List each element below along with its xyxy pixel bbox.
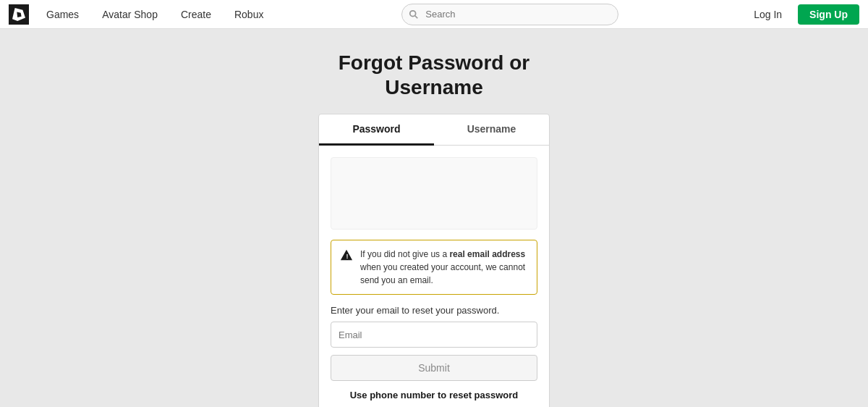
nav-links: Games Avatar Shop Create Robux	[35, 0, 275, 29]
search-wrapper	[401, 4, 618, 25]
phone-reset-link[interactable]: Use phone number to reset password	[331, 390, 537, 407]
warning-box: ! If you did not give us a real email ad…	[331, 240, 537, 295]
nav-item-robux[interactable]: Robux	[223, 0, 275, 29]
page-title: Forgot Password or Username	[339, 51, 529, 99]
email-label: Enter your email to reset your password.	[331, 305, 537, 316]
submit-button[interactable]: Submit	[331, 355, 537, 381]
logo-icon	[12, 8, 25, 21]
svg-line-3	[415, 15, 418, 18]
search-container	[289, 4, 731, 25]
warning-icon: !	[340, 248, 353, 261]
content-placeholder-area	[331, 157, 537, 230]
svg-point-2	[410, 10, 416, 16]
navbar-right: Log In Sign Up	[745, 4, 859, 25]
nav-item-avatar-shop[interactable]: Avatar Shop	[90, 0, 169, 29]
search-icon	[409, 9, 419, 20]
search-input[interactable]	[401, 4, 618, 25]
nav-item-games[interactable]: Games	[35, 0, 90, 29]
svg-text:!: !	[346, 253, 349, 261]
warning-text: If you did not give us a real email addr…	[360, 248, 528, 287]
tab-password[interactable]: Password	[319, 114, 434, 146]
navbar: Games Avatar Shop Create Robux Log In Si…	[0, 0, 868, 29]
warning-bold: real email address	[449, 249, 525, 259]
nav-item-create[interactable]: Create	[169, 0, 223, 29]
tab-username[interactable]: Username	[434, 114, 549, 146]
main-content: Forgot Password or Username Password Use…	[0, 29, 868, 407]
forgot-password-card: Password Username ! If you did not give …	[318, 114, 550, 407]
roblox-logo[interactable]	[9, 4, 29, 25]
sign-up-button[interactable]: Sign Up	[798, 4, 859, 25]
card-body: ! If you did not give us a real email ad…	[319, 146, 549, 407]
tabs: Password Username	[319, 114, 549, 146]
email-input[interactable]	[331, 322, 537, 348]
log-in-button[interactable]: Log In	[745, 4, 791, 25]
